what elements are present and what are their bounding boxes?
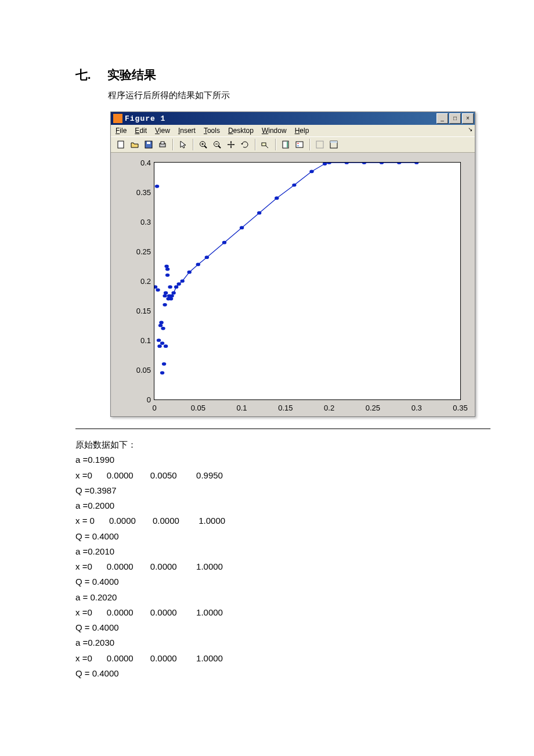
rotate-icon[interactable] [239, 138, 251, 151]
y-tick-label: 0 [125, 395, 151, 404]
svg-rect-17 [296, 142, 303, 147]
horizontal-rule [75, 429, 490, 429]
raw-data-line: Q = 0.4000 [75, 529, 490, 544]
chart-svg [154, 163, 460, 399]
svg-point-39 [327, 163, 331, 164]
svg-point-30 [196, 263, 200, 267]
menu-window[interactable]: Window [262, 127, 287, 135]
x-tick-label: 0.3 [412, 404, 422, 412]
pointer-icon[interactable] [176, 138, 189, 151]
raw-data-line: Q = 0.4000 [75, 574, 490, 589]
figure-window: Figure 1 _ □ × File Edit View Insert Too… [110, 111, 475, 417]
raw-data-line: x =0 0.0000 0.0050 0.9950 [75, 468, 490, 483]
show-plot-tools-icon[interactable] [327, 138, 340, 151]
section-heading: 七. 实验结果 [75, 67, 490, 83]
raw-data-label: 原始数据如下： [75, 437, 490, 452]
zoom-in-icon[interactable] [197, 138, 210, 151]
svg-point-49 [157, 344, 161, 348]
open-folder-icon[interactable] [128, 138, 141, 151]
svg-point-55 [163, 303, 167, 307]
svg-point-12 [230, 144, 232, 146]
x-tick-label: 0.2 [324, 404, 334, 412]
new-file-icon[interactable] [114, 138, 127, 151]
svg-point-63 [168, 285, 172, 289]
menu-file[interactable]: File [116, 127, 127, 135]
raw-data-line: x =0 0.0000 0.0000 1.0000 [75, 559, 490, 574]
svg-point-51 [159, 321, 163, 325]
svg-point-35 [275, 196, 279, 200]
raw-data-line: Q = 0.4000 [75, 620, 490, 635]
raw-data-line: x = 0 0.0000 0.0000 1.0000 [75, 513, 490, 528]
toolbar-toggle-icon[interactable]: ↘ [468, 126, 472, 132]
raw-data-line: Q =0.3987 [75, 483, 490, 498]
toolbar-separator [275, 139, 276, 150]
zoom-out-icon[interactable] [211, 138, 223, 151]
y-tick-label: 0.05 [125, 366, 151, 375]
svg-point-31 [205, 255, 209, 259]
window-title: Figure 1 [125, 114, 435, 123]
svg-point-50 [158, 324, 163, 327]
menu-desktop[interactable]: Desktop [228, 127, 254, 135]
svg-rect-4 [161, 142, 164, 144]
menu-insert[interactable]: Insert [178, 127, 196, 135]
x-tick-label: 0.1 [237, 404, 247, 412]
menu-tools[interactable]: Tools [204, 127, 220, 135]
raw-data-line: a = 0.2020 [75, 590, 490, 605]
intro-text: 程序运行后所得的结果如下所示 [108, 90, 490, 101]
toolbar [111, 136, 475, 153]
title-bar[interactable]: Figure 1 _ □ × [111, 112, 475, 125]
insert-legend-icon[interactable] [293, 138, 306, 151]
svg-point-33 [240, 226, 244, 229]
x-tick-label: 0 [152, 404, 156, 412]
svg-point-47 [156, 288, 160, 291]
svg-line-6 [204, 146, 207, 148]
chart-axes[interactable]: 00.050.10.150.20.250.30.350.400.050.10.1… [154, 162, 461, 400]
data-cursor-icon[interactable] [259, 138, 272, 151]
minimize-button[interactable]: _ [436, 113, 448, 124]
menu-bar: File Edit View Insert Tools Desktop Wind… [111, 125, 475, 136]
raw-data-line: a =0.2010 [75, 544, 490, 559]
insert-colorbar-icon[interactable] [279, 138, 292, 151]
svg-point-26 [174, 285, 178, 289]
svg-line-14 [266, 146, 268, 148]
hide-plot-tools-icon[interactable] [313, 138, 326, 151]
raw-data-line: a =0.1990 [75, 452, 490, 467]
svg-point-36 [292, 183, 296, 187]
svg-point-60 [165, 273, 169, 277]
svg-rect-2 [147, 142, 150, 144]
menu-edit[interactable]: Edit [135, 127, 147, 135]
svg-point-58 [164, 265, 168, 268]
svg-point-45 [154, 285, 157, 289]
svg-point-59 [165, 268, 169, 271]
toolbar-separator [172, 139, 173, 150]
svg-point-32 [222, 241, 226, 244]
toolbar-separator [193, 139, 193, 150]
pan-icon[interactable] [225, 138, 237, 151]
x-tick-label: 0.05 [191, 404, 205, 412]
raw-data-line: a =0.2030 [75, 635, 490, 650]
x-tick-label: 0.35 [453, 404, 467, 412]
y-tick-label: 0.25 [125, 247, 151, 256]
close-button[interactable]: × [462, 113, 474, 124]
menu-view[interactable]: View [155, 127, 170, 135]
svg-point-43 [397, 163, 401, 164]
svg-point-64 [164, 344, 168, 348]
save-icon[interactable] [142, 138, 155, 151]
toolbar-separator [255, 139, 255, 150]
x-tick-label: 0.15 [278, 404, 293, 412]
raw-data-line: a =0.2000 [75, 498, 490, 513]
svg-point-56 [163, 294, 167, 298]
svg-point-41 [362, 163, 366, 164]
svg-point-29 [187, 271, 192, 274]
svg-point-46 [155, 185, 159, 188]
heading-number: 七. [75, 67, 104, 83]
maximize-button[interactable]: □ [449, 113, 461, 124]
svg-point-25 [171, 291, 175, 295]
print-icon[interactable] [156, 138, 169, 151]
svg-rect-20 [316, 141, 323, 148]
svg-point-28 [180, 279, 184, 283]
svg-rect-0 [118, 141, 124, 148]
svg-point-27 [176, 282, 181, 286]
x-tick-label: 0.25 [366, 404, 380, 412]
menu-help[interactable]: Help [295, 127, 309, 135]
